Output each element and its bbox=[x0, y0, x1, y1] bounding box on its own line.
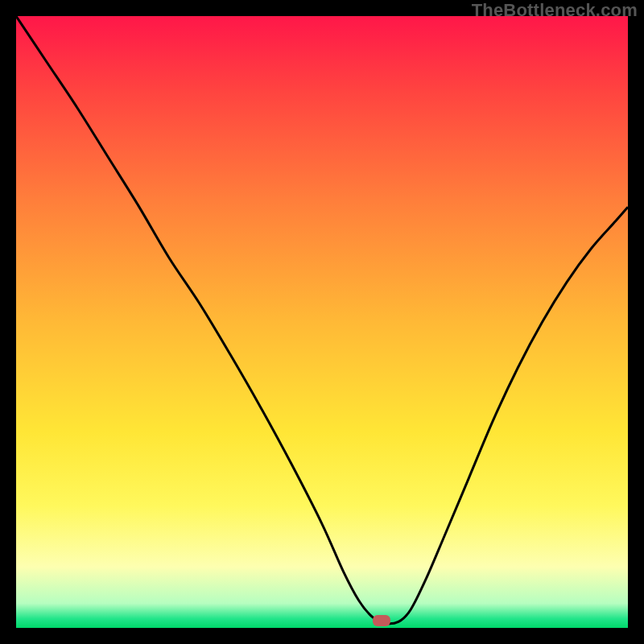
bottleneck-curve bbox=[16, 16, 628, 624]
optimal-marker bbox=[373, 615, 390, 626]
plot-area bbox=[16, 16, 628, 628]
chart-frame bbox=[16, 16, 628, 628]
watermark-label: TheBottleneck.com bbox=[472, 0, 638, 21]
curve-layer bbox=[16, 16, 628, 628]
